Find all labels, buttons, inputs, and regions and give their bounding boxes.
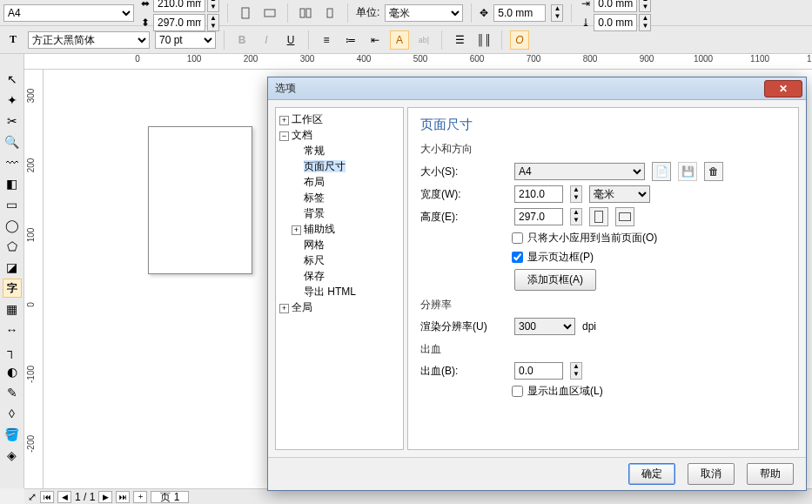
- text-property-bar: T 方正大黑简体 70 pt B I U ≡ ≔ ⇤ A ab| ☰ ║║ O: [0, 26, 812, 54]
- eyedropper-tool[interactable]: ✎: [3, 383, 22, 402]
- landscape-button[interactable]: [260, 3, 279, 23]
- tree-background[interactable]: 背景: [292, 205, 401, 221]
- add-frame-button[interactable]: 添加页框(A): [514, 269, 596, 291]
- bleed-spin[interactable]: ▲▼: [570, 362, 582, 380]
- dialog-titlebar[interactable]: 选项 ✕: [268, 77, 806, 100]
- tree-pagesize[interactable]: 页面尺寸: [292, 158, 401, 174]
- panel-title: 页面尺寸: [420, 117, 786, 133]
- height-label: 高度(E):: [420, 210, 507, 225]
- ab-button[interactable]: ab|: [414, 30, 433, 50]
- pick-tool[interactable]: ↖: [3, 70, 22, 89]
- tree-workspace[interactable]: +工作区: [279, 111, 401, 127]
- page-tab[interactable]: 页 1: [151, 491, 189, 503]
- svg-rect-2: [300, 9, 305, 17]
- nudge-input[interactable]: [493, 4, 546, 22]
- delete-preset-button[interactable]: 🗑: [704, 162, 723, 181]
- dropcap-button[interactable]: A: [390, 30, 409, 50]
- align-left-button[interactable]: ≡: [317, 30, 336, 50]
- table-tool[interactable]: ▦: [3, 299, 22, 319]
- height-spinner[interactable]: ▲▼: [207, 14, 219, 31]
- tree-layout[interactable]: 布局: [292, 174, 401, 190]
- tree-export[interactable]: 导出 HTML: [292, 284, 401, 299]
- unit-select[interactable]: 毫米: [385, 4, 463, 22]
- width-unit-select[interactable]: 毫米: [589, 185, 650, 203]
- tree-grid[interactable]: 网格: [292, 237, 401, 252]
- svg-rect-1: [265, 10, 275, 17]
- ok-button[interactable]: 确定: [628, 463, 675, 485]
- effects-tool[interactable]: ◐: [3, 362, 22, 381]
- tree-global[interactable]: +全局: [279, 299, 401, 315]
- facing-pages-button[interactable]: [296, 3, 315, 23]
- italic-button[interactable]: I: [257, 30, 276, 50]
- single-page-button[interactable]: [320, 3, 339, 23]
- width-label: 宽度(W):: [420, 187, 507, 202]
- shape-tool[interactable]: ✦: [3, 91, 22, 110]
- tree-document[interactable]: −文档 常规 页面尺寸 布局 标签 背景 +辅助线 网格 标尺 保存 导出 HT…: [279, 127, 401, 299]
- indent-button[interactable]: ⇤: [366, 30, 385, 50]
- columns-button[interactable]: ☰: [450, 30, 469, 50]
- tree-general[interactable]: 常规: [292, 143, 401, 158]
- bullets-button[interactable]: ≔: [341, 30, 360, 50]
- font-size-select[interactable]: 70 pt: [155, 31, 216, 49]
- options-tree[interactable]: +工作区 −文档 常规 页面尺寸 布局 标签 背景 +辅助线 网格 标尺 保存 …: [275, 107, 404, 450]
- page-width-input[interactable]: [153, 0, 205, 12]
- save-preset-button[interactable]: 📄: [652, 162, 671, 181]
- cancel-button[interactable]: 取消: [688, 463, 735, 485]
- size-select[interactable]: A4: [514, 163, 645, 180]
- font-family-select[interactable]: 方正大黑简体: [28, 31, 150, 49]
- zoom-tool[interactable]: 🔍: [3, 132, 22, 151]
- dimension-tool[interactable]: ↔: [3, 320, 22, 339]
- nudge-spinner[interactable]: ▲▼: [551, 4, 563, 22]
- pagesize-select[interactable]: A4: [3, 4, 134, 22]
- orient-portrait-button[interactable]: [589, 207, 608, 226]
- apply-current-checkbox[interactable]: [512, 232, 523, 244]
- page-height-input[interactable]: [153, 14, 205, 31]
- dup-y-input[interactable]: [594, 14, 637, 31]
- tree-save[interactable]: 保存: [292, 268, 401, 284]
- resolution-select[interactable]: 300: [514, 318, 575, 335]
- ruler-button[interactable]: ║║: [474, 30, 493, 50]
- page-position: 1 / 1: [75, 491, 95, 503]
- interactive-fill-tool[interactable]: ◈: [3, 446, 22, 465]
- polygon-tool[interactable]: ⬠: [3, 237, 22, 256]
- width-input[interactable]: [514, 185, 563, 203]
- outline-tool[interactable]: ◊: [3, 404, 22, 423]
- page-property-bar: A4 ⬌▲▼ ⬍▲▼ 单位: 毫米 ✥ ▲▼ ⇥▲▼ ⤓▲▼: [0, 0, 812, 26]
- ellipse-tool[interactable]: ◯: [3, 216, 22, 235]
- apply-current-label: 只将大小应用到当前页面(O): [527, 231, 657, 245]
- underline-button[interactable]: U: [281, 30, 300, 50]
- rectangle-tool[interactable]: ▭: [3, 195, 22, 214]
- width-spinner[interactable]: ▲▼: [207, 0, 219, 12]
- close-button[interactable]: ✕: [764, 80, 802, 97]
- prev-page-button[interactable]: ◀: [57, 491, 71, 503]
- bleed-input[interactable]: [514, 362, 563, 380]
- text-tool[interactable]: 字: [3, 279, 22, 298]
- bold-button[interactable]: B: [232, 30, 252, 50]
- height-spin[interactable]: ▲▼: [570, 208, 582, 225]
- first-page-button[interactable]: ⏮: [40, 491, 54, 503]
- fill-tool[interactable]: 🪣: [3, 425, 22, 444]
- add-page-button[interactable]: ＋: [133, 491, 147, 503]
- tree-label[interactable]: 标签: [292, 190, 401, 205]
- text-tool-icon: T: [3, 30, 23, 50]
- basic-shapes-tool[interactable]: ◪: [3, 258, 22, 277]
- portrait-button[interactable]: [236, 3, 255, 23]
- options-button[interactable]: O: [510, 30, 529, 50]
- save-btn2[interactable]: 💾: [678, 162, 697, 181]
- help-button[interactable]: 帮助: [747, 463, 794, 485]
- connector-tool[interactable]: ┐: [3, 341, 22, 360]
- show-border-checkbox[interactable]: [512, 252, 523, 263]
- freehand-tool[interactable]: 〰: [3, 153, 22, 172]
- nudge-icon: ✥: [480, 7, 488, 19]
- tree-rulers[interactable]: 标尺: [292, 252, 401, 268]
- last-page-button[interactable]: ⏭: [116, 491, 130, 503]
- next-page-button[interactable]: ▶: [98, 491, 112, 503]
- width-spin[interactable]: ▲▼: [570, 185, 582, 203]
- smart-fill-tool[interactable]: ◧: [3, 174, 22, 193]
- crop-tool[interactable]: ✂: [3, 111, 22, 131]
- tree-guides[interactable]: +辅助线: [292, 221, 401, 237]
- show-bleed-checkbox[interactable]: [512, 386, 523, 397]
- orient-landscape-button[interactable]: [615, 207, 634, 226]
- dup-x-input[interactable]: [594, 0, 637, 12]
- height-input[interactable]: [514, 208, 563, 225]
